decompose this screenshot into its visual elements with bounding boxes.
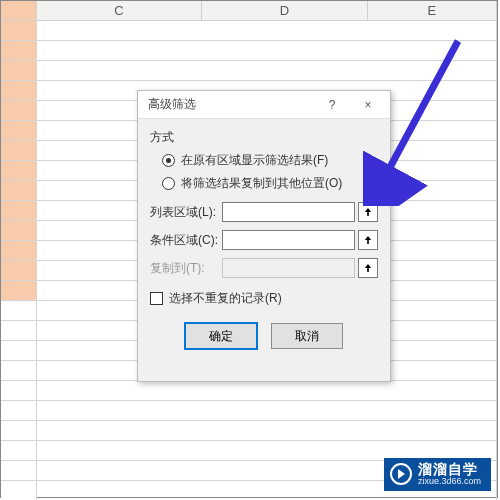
column-header-d[interactable]: D [202, 1, 367, 20]
app-frame: C D E 高级筛选 ? × 方式 在原有区域显示筛选结果(F) 将筛选结果 [0, 0, 498, 498]
cell[interactable] [1, 81, 37, 100]
cell[interactable] [1, 401, 37, 420]
copy-to-input [222, 258, 355, 278]
unique-records-row[interactable]: 选择不重复的记录(R) [150, 290, 378, 307]
copy-to-picker-button[interactable] [358, 258, 378, 278]
dialog-title: 高级筛选 [148, 96, 196, 113]
cell[interactable] [1, 321, 37, 340]
dialog-body: 方式 在原有区域显示筛选结果(F) 将筛选结果复制到其他位置(O) 列表区域(L… [138, 119, 390, 359]
criteria-range-label: 条件区域(C): [150, 232, 222, 249]
radio-copy[interactable] [162, 177, 175, 190]
radio-inplace[interactable] [162, 154, 175, 167]
advanced-filter-dialog: 高级筛选 ? × 方式 在原有区域显示筛选结果(F) 将筛选结果复制到其他位置(… [137, 90, 391, 382]
cell[interactable] [37, 61, 497, 80]
cell[interactable] [37, 21, 497, 40]
play-icon [390, 463, 412, 485]
cell[interactable] [1, 41, 37, 60]
cell[interactable] [1, 121, 37, 140]
unique-records-checkbox[interactable] [150, 292, 163, 305]
radio-inplace-label: 在原有区域显示筛选结果(F) [181, 152, 328, 169]
column-header-row: C D E [1, 1, 497, 21]
cell[interactable] [1, 381, 37, 400]
list-range-picker-button[interactable] [358, 202, 378, 222]
column-header-e[interactable]: E [368, 1, 497, 20]
cell[interactable] [37, 421, 497, 440]
table-row[interactable] [1, 401, 497, 421]
radio-inplace-row[interactable]: 在原有区域显示筛选结果(F) [162, 152, 378, 169]
criteria-range-input[interactable] [222, 230, 355, 250]
cell[interactable] [1, 461, 37, 480]
range-picker-icon [364, 263, 372, 273]
close-button[interactable]: × [350, 93, 386, 117]
cell[interactable] [1, 181, 37, 200]
range-picker-icon [364, 207, 372, 217]
watermark-sub: zixue.3d66.com [418, 477, 481, 487]
criteria-range-picker-button[interactable] [358, 230, 378, 250]
method-label: 方式 [150, 129, 378, 146]
cell[interactable] [1, 101, 37, 120]
cell[interactable] [37, 41, 497, 60]
column-header-c[interactable]: C [37, 1, 202, 20]
help-button[interactable]: ? [314, 93, 350, 117]
cell[interactable] [1, 221, 37, 240]
table-row[interactable] [1, 381, 497, 401]
cell[interactable] [1, 21, 37, 40]
range-picker-icon [364, 235, 372, 245]
column-header-blank [1, 1, 37, 20]
cell[interactable] [1, 61, 37, 80]
cell[interactable] [1, 481, 37, 500]
radio-copy-label: 将筛选结果复制到其他位置(O) [181, 175, 342, 192]
ok-button[interactable]: 确定 [185, 323, 257, 349]
table-row[interactable] [1, 61, 497, 81]
watermark: 溜溜自学 zixue.3d66.com [384, 458, 491, 491]
cancel-button[interactable]: 取消 [271, 323, 343, 349]
cell[interactable] [1, 421, 37, 440]
list-range-input[interactable] [222, 202, 355, 222]
cell[interactable] [1, 301, 37, 320]
list-range-label: 列表区域(L): [150, 204, 222, 221]
cell[interactable] [1, 441, 37, 460]
cell[interactable] [1, 161, 37, 180]
table-row[interactable] [1, 41, 497, 61]
cell[interactable] [1, 261, 37, 280]
cell[interactable] [1, 141, 37, 160]
watermark-main: 溜溜自学 [418, 462, 481, 477]
copy-to-label: 复制到(T): [150, 260, 222, 277]
cell[interactable] [1, 361, 37, 380]
cell[interactable] [37, 401, 497, 420]
dialog-titlebar[interactable]: 高级筛选 ? × [138, 91, 390, 119]
cell[interactable] [1, 281, 37, 300]
cell[interactable] [37, 381, 497, 400]
cell[interactable] [1, 241, 37, 260]
unique-records-label: 选择不重复的记录(R) [169, 290, 282, 307]
cell[interactable] [1, 201, 37, 220]
radio-copy-row[interactable]: 将筛选结果复制到其他位置(O) [162, 175, 378, 192]
cell[interactable] [1, 341, 37, 360]
table-row[interactable] [1, 21, 497, 41]
table-row[interactable] [1, 421, 497, 441]
